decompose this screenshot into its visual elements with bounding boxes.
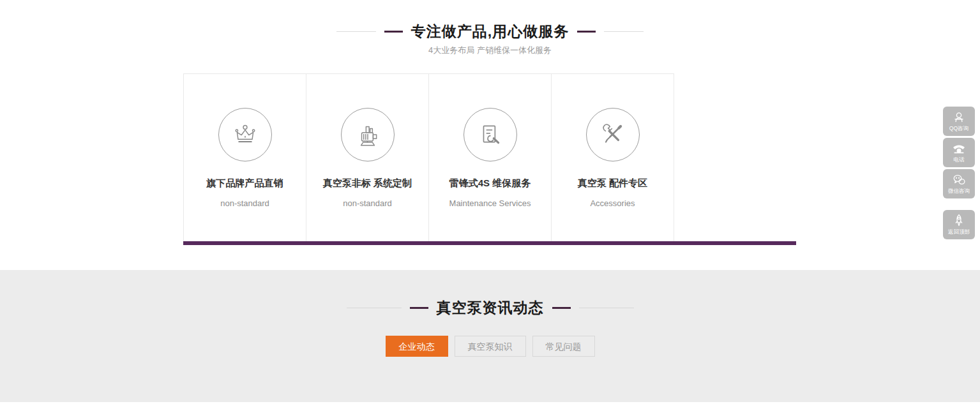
card-icon-circle — [218, 108, 272, 161]
crown-icon — [232, 121, 259, 148]
section-divider-bar — [183, 241, 796, 245]
card-icon-circle — [464, 108, 517, 161]
card-title: 真空泵 配件专区 — [578, 176, 647, 190]
title-dash-left — [384, 31, 403, 33]
tools-icon — [599, 121, 626, 148]
service-card-custom-systems[interactable]: 真空泵非标 系统定制 non-standard — [306, 74, 429, 242]
card-icon-circle — [341, 108, 395, 161]
title-dash-right — [552, 307, 571, 309]
service-card-brand-products[interactable]: 旗下品牌产品直销 non-standard — [184, 74, 306, 242]
tab-faq[interactable]: 常见问题 — [532, 336, 595, 357]
card-subtitle: Maintenance Services — [449, 198, 531, 208]
float-button-label: 微信咨询 — [948, 188, 970, 194]
service-card-accessories[interactable]: 真空泵 配件专区 Accessories — [552, 74, 674, 242]
news-section-title: 真空泵资讯动态 — [437, 298, 544, 318]
page-title: 专注做产品,用心做服务 — [411, 22, 569, 41]
service-card-maintenance[interactable]: 雷锋式4S 维保服务 Maintenance Services — [429, 74, 552, 242]
tab-pump-knowledge[interactable]: 真空泵知识 — [455, 336, 526, 357]
card-subtitle: non-standard — [343, 198, 392, 208]
card-title: 真空泵非标 系统定制 — [323, 176, 412, 190]
back-to-top-button[interactable]: 返回顶部 — [943, 210, 975, 239]
news-section: 真空泵资讯动态 企业动态 真空泵知识 常见问题 — [0, 270, 980, 402]
title-dash-right — [577, 31, 596, 33]
qq-consult-button[interactable]: QQ咨询 — [943, 107, 975, 136]
card-icon-circle — [586, 108, 640, 161]
float-button-label: QQ咨询 — [949, 125, 969, 131]
phone-icon — [952, 142, 966, 156]
pump-icon — [354, 121, 381, 148]
wechat-icon — [953, 173, 966, 187]
phone-button[interactable]: 电话 — [943, 138, 975, 167]
float-button-label: 电话 — [953, 156, 964, 163]
float-button-label: 返回顶部 — [948, 228, 970, 235]
maintenance-icon — [477, 121, 504, 148]
card-title: 旗下品牌产品直销 — [207, 176, 283, 190]
news-tabs: 企业动态 真空泵知识 常见问题 — [0, 336, 980, 357]
page-subtitle: 4大业务布局 产销维保一体化服务 — [0, 45, 980, 56]
card-subtitle: Accessories — [590, 198, 635, 208]
title-line-right — [604, 31, 644, 32]
service-cards: 旗下品牌产品直销 non-standard 真空泵非标 系统定制 non-sta — [183, 73, 674, 242]
title-line-right — [579, 308, 634, 308]
tab-company-news[interactable]: 企业动态 — [386, 336, 448, 357]
hero-title-row: 专注做产品,用心做服务 — [0, 22, 980, 41]
title-line-left — [336, 31, 376, 32]
qq-icon — [953, 110, 965, 124]
title-dash-left — [410, 307, 428, 309]
rocket-icon — [953, 214, 965, 228]
wechat-consult-button[interactable]: 微信咨询 — [943, 169, 975, 198]
card-title: 雷锋式4S 维保服务 — [449, 176, 531, 190]
float-contact-rail: QQ咨询 电话 微信咨询 — [943, 107, 975, 239]
news-title-row: 真空泵资讯动态 — [0, 298, 980, 318]
card-subtitle: non-standard — [220, 198, 269, 208]
title-line-left — [347, 308, 402, 308]
